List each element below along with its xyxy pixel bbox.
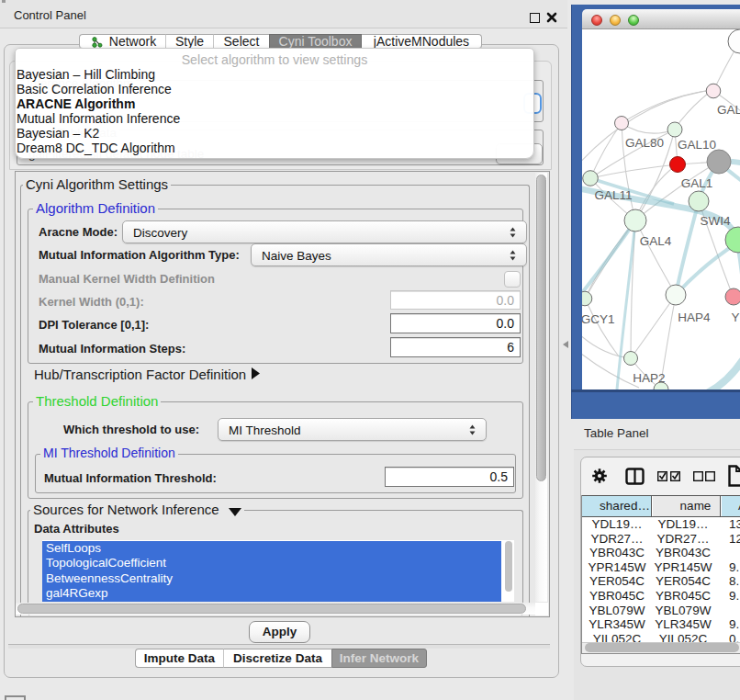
svg-text:GAL1: GAL1: [681, 176, 713, 190]
svg-text:GAL4: GAL4: [640, 234, 672, 248]
svg-text:Y: Y: [731, 310, 739, 324]
svg-text:GAL10: GAL10: [678, 138, 716, 152]
svg-text:SWI4: SWI4: [700, 214, 730, 228]
svg-text:GAL80: GAL80: [625, 136, 664, 150]
svg-text:GCY1: GCY1: [582, 312, 614, 326]
svg-text:GAL7: GAL7: [717, 103, 740, 117]
svg-text:HAP2: HAP2: [633, 371, 665, 385]
svg-text:HAP4: HAP4: [678, 310, 711, 324]
svg-text:GAL11: GAL11: [594, 188, 632, 202]
